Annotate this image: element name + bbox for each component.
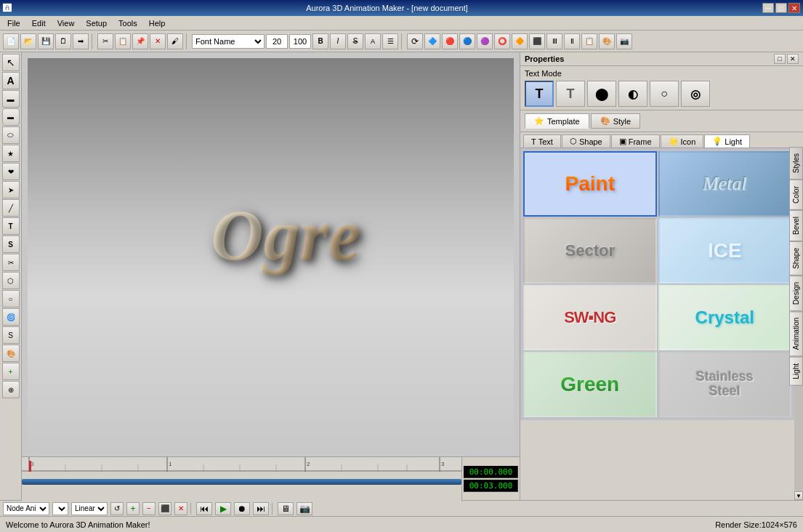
menu-view[interactable]: View (52, 17, 81, 29)
textmode-icon-6[interactable]: ◎ (681, 81, 710, 107)
align-button[interactable]: ☰ (382, 33, 398, 49)
new-button[interactable]: 📄 (3, 33, 19, 49)
screenshot-button[interactable]: 📷 (296, 502, 312, 515)
textmode-icon-1[interactable]: T (525, 81, 554, 107)
style-swing[interactable]: SW▪NG (523, 285, 657, 350)
style-metal[interactable]: Metal (658, 151, 792, 217)
rect-tool[interactable]: ▬ (2, 90, 20, 108)
bold-button[interactable]: B (312, 33, 328, 49)
menu-edit[interactable]: Edit (26, 17, 52, 29)
export-button[interactable]: ➡ (73, 33, 89, 49)
heart-tool[interactable]: ❤ (2, 163, 20, 180)
round-rect-tool[interactable]: ▬ (2, 108, 20, 126)
right-tab-styles[interactable]: Styles (789, 147, 803, 180)
strikethrough-button[interactable]: S (347, 33, 363, 49)
props-close-btn[interactable]: ✕ (787, 54, 799, 64)
menu-setup[interactable]: Setup (80, 17, 113, 29)
paste-button[interactable]: 📌 (132, 33, 148, 49)
subtab-shape[interactable]: ⬡ Shape (562, 134, 610, 148)
italic-button[interactable]: I (330, 33, 346, 49)
refresh-button[interactable]: ↺ (110, 502, 124, 515)
props-restore-btn[interactable]: □ (774, 54, 786, 64)
right-tab-shape[interactable]: Shape (789, 241, 803, 275)
right-tab-animation[interactable]: Animation (789, 311, 803, 356)
brush-button[interactable]: 🖌 (167, 33, 183, 49)
add-button-lt[interactable]: + (2, 363, 20, 380)
scroll-down-button[interactable]: ▼ (794, 491, 803, 500)
scissors-tool[interactable]: ✂ (2, 254, 20, 271)
add-key-button[interactable]: + (126, 502, 140, 515)
minimize-button[interactable]: ─ (762, 3, 774, 13)
tool2-button[interactable]: 🔷 (424, 33, 440, 49)
copy-button[interactable]: 📋 (115, 33, 131, 49)
ellipse-tool[interactable]: ⬭ (2, 126, 20, 144)
subtab-text[interactable]: T Text (523, 134, 561, 148)
menu-file[interactable]: File (1, 17, 26, 29)
tool7-button[interactable]: 🔶 (512, 33, 528, 49)
tool4-button[interactable]: 🔵 (459, 33, 475, 49)
linear-select[interactable]: Linear (71, 502, 108, 515)
style-stainless[interactable]: StainlessSteel (658, 352, 792, 417)
circle-tool[interactable]: ○ (2, 290, 20, 307)
line-tool[interactable]: ╱ (2, 199, 20, 217)
tool10-button[interactable]: Ⅱ (564, 33, 580, 49)
monitor-button[interactable]: 🖥 (278, 502, 294, 515)
subtab-light[interactable]: 💡 Light (704, 134, 750, 148)
close-button[interactable]: ✕ (788, 3, 800, 13)
cut-button[interactable]: ✂ (97, 33, 113, 49)
textmode-icon-4[interactable]: ◐ (618, 81, 647, 107)
text-tool[interactable]: A (2, 72, 20, 89)
textmode-icon-2[interactable]: T (556, 81, 585, 107)
tool8-button[interactable]: ⬛ (529, 33, 545, 49)
shape-tool[interactable]: ⬡ (2, 272, 20, 289)
right-tab-light[interactable]: Light (789, 357, 803, 386)
delete-key-button[interactable]: ✕ (174, 502, 187, 515)
right-tab-design[interactable]: Design (789, 275, 803, 311)
tool6-button[interactable]: ⭕ (494, 33, 510, 49)
prev-frame-button[interactable]: ⏮ (196, 502, 212, 515)
menu-help[interactable]: Help (143, 17, 172, 29)
style-green[interactable]: Green (523, 352, 657, 417)
allcaps-button[interactable]: A (365, 33, 381, 49)
canvas[interactable]: Ogre (28, 58, 514, 451)
tool13-button[interactable]: 📷 (616, 33, 632, 49)
right-tab-color[interactable]: Color (789, 180, 803, 210)
save-button[interactable]: 💾 (38, 33, 54, 49)
delete-button[interactable]: ✕ (150, 33, 166, 49)
tool3-button[interactable]: 🔴 (442, 33, 458, 49)
font-size-input[interactable]: 20 (266, 34, 288, 49)
style-paint[interactable]: Paint (523, 151, 657, 217)
subtab-icon[interactable]: 🌟 Icon (661, 134, 704, 148)
tool5-button[interactable]: 🟣 (477, 33, 493, 49)
style-ice[interactable]: ICE (658, 218, 792, 283)
path-tool[interactable]: S (2, 235, 20, 253)
style-crystal[interactable]: Crystal (658, 285, 792, 350)
tool12-button[interactable]: 🎨 (599, 33, 615, 49)
textmode-icon-3[interactable]: ⬤ (587, 81, 616, 107)
text2-tool[interactable]: T (2, 217, 20, 235)
open-button[interactable]: 📂 (20, 33, 36, 49)
node-ani-select[interactable]: Node Ani (3, 502, 49, 515)
nav-tool[interactable]: ⊕ (2, 381, 20, 398)
curve-select[interactable] (52, 502, 68, 515)
arrow-tool[interactable]: ➤ (2, 181, 20, 198)
key-button[interactable]: ⬛ (158, 502, 172, 515)
restore-button[interactable]: □ (775, 3, 787, 13)
tab-template[interactable]: ⭐ Template (525, 113, 589, 129)
select-tool[interactable]: ↖ (2, 54, 20, 71)
menu-tools[interactable]: Tools (113, 17, 143, 29)
spiral-tool[interactable]: 🌀 (2, 308, 20, 326)
rotate-button[interactable]: ⟳ (407, 33, 423, 49)
play-button[interactable]: ▶ (215, 502, 231, 515)
timeline-track[interactable] (22, 472, 461, 501)
loop-button[interactable]: ⏺ (234, 502, 250, 515)
star-tool[interactable]: ★ (2, 145, 20, 162)
textmode-icon-5[interactable]: ○ (650, 81, 679, 107)
tab-style[interactable]: 🎨 Style (591, 113, 640, 129)
next-frame-button[interactable]: ⏭ (253, 502, 269, 515)
color-tool[interactable]: 🎨 (2, 344, 20, 362)
right-tab-bevel[interactable]: Bevel (789, 210, 803, 241)
tool11-button[interactable]: 📋 (581, 33, 597, 49)
style-sector[interactable]: Sector (523, 218, 657, 283)
remove-key-button[interactable]: − (142, 502, 156, 515)
